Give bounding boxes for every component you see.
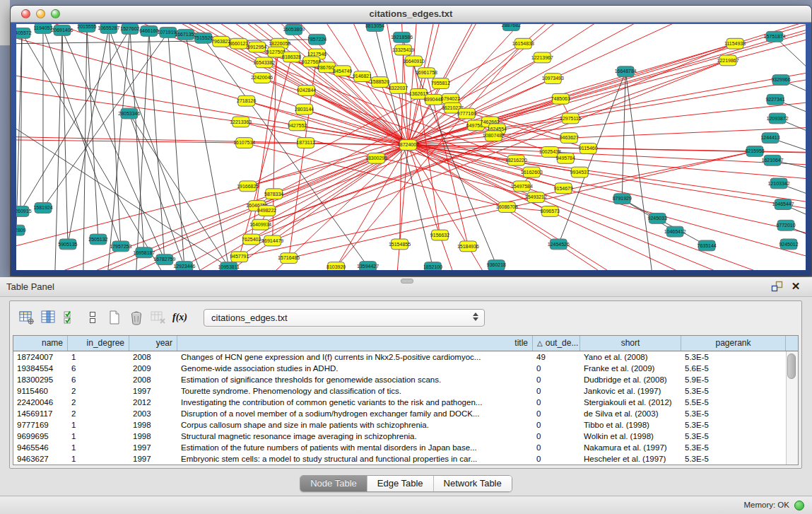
citation-network-graph[interactable]: 2405572119405320691406201555510655287152… <box>16 24 806 270</box>
close-button[interactable] <box>21 9 30 18</box>
graph-node[interactable]: 25260915 <box>16 206 32 217</box>
panel-drag-handle[interactable] <box>401 279 413 284</box>
column-header-short[interactable]: short <box>580 336 681 351</box>
graph-node[interactable]: 16053809 <box>283 24 305 35</box>
graph-node[interactable]: 8813054 <box>365 24 384 31</box>
graph-node[interactable]: 9227341 <box>765 94 784 105</box>
graph-node[interactable]: 9427552 <box>288 120 307 131</box>
graph-node[interactable]: 9115460 <box>579 144 598 154</box>
graph-node[interactable]: 7955812 <box>431 78 450 89</box>
graph-node[interactable]: 28053346 <box>118 108 140 119</box>
column-layout-icon[interactable] <box>39 308 58 327</box>
graph-node[interactable]: 2718126 <box>237 95 256 106</box>
graph-node[interactable]: 8454749 <box>333 66 352 76</box>
table-row[interactable]: 2242004622012Investigating the contribut… <box>13 397 787 408</box>
new-column-icon[interactable] <box>105 308 124 327</box>
graph-node[interactable]: 8912954 <box>247 42 266 52</box>
graph-node[interactable]: 7635144 <box>698 240 717 251</box>
graph-node[interactable]: 7857224 <box>307 34 326 45</box>
graph-node[interactable]: 16086708 <box>496 202 518 213</box>
graph-node[interactable]: 16958187 <box>133 247 155 258</box>
table-select-dropdown[interactable]: citations_edges.txt <box>204 309 485 327</box>
graph-node[interactable]: 9463627 <box>560 133 579 144</box>
table-row[interactable]: 969969511998Structural magnetic resonanc… <box>13 431 787 442</box>
column-header-year[interactable]: year <box>129 336 177 351</box>
graph-node[interactable]: 9242844 <box>297 86 316 96</box>
tab-node-table[interactable]: Node Table <box>300 476 367 491</box>
graph-node[interactable]: 16648784 <box>615 66 637 77</box>
graph-node[interactable]: 16162603 <box>521 167 543 177</box>
graph-node[interactable]: 13594427 <box>357 262 379 270</box>
float-panel-icon[interactable] <box>770 280 783 293</box>
column-header-out_de[interactable]: △out_de... <box>533 336 580 351</box>
graph-node[interactable]: 13325419 <box>392 45 414 55</box>
graph-node[interactable]: 8791929 <box>613 194 632 204</box>
graph-node[interactable]: 6772010 <box>776 220 795 230</box>
graph-node[interactable]: 9329966 <box>771 75 790 86</box>
graph-node[interactable]: 5878334 <box>264 189 283 199</box>
graph-node[interactable]: 8660123 <box>229 38 248 49</box>
graph-node[interactable]: 16640910 <box>403 56 425 66</box>
graph-node[interactable]: 7625402 <box>242 234 261 245</box>
tab-network-table[interactable]: Network Table <box>433 476 512 491</box>
column-header-in_degree[interactable]: in_degree <box>68 336 129 351</box>
column-header-name[interactable]: name <box>13 336 68 351</box>
graph-node[interactable]: 9245033 <box>648 213 667 223</box>
graph-node[interactable]: 9245012 <box>779 239 798 250</box>
graph-node[interactable]: 9934537 <box>570 167 589 177</box>
graph-node[interactable]: 1194053 <box>34 24 53 33</box>
graph-node[interactable]: 12213967 <box>531 52 553 63</box>
graph-node[interactable]: 1244413 <box>760 133 779 144</box>
graph-node[interactable]: 12103342 <box>768 178 790 189</box>
window-titlebar[interactable]: citations_edges.txt <box>11 6 811 23</box>
graph-node[interactable]: 10973493 <box>542 74 564 84</box>
graph-node[interactable]: 6466160 <box>139 25 158 36</box>
network-canvas[interactable]: 2405572119405320691406201555510655287152… <box>16 24 806 270</box>
table-row[interactable]: 946554611997Estimation of the future num… <box>13 442 787 453</box>
graph-node[interactable]: 9777169 <box>457 108 476 119</box>
graph-node[interactable]: 9156632 <box>430 230 449 240</box>
graph-node[interactable]: 19218586 <box>391 32 413 42</box>
delete-table-icon[interactable] <box>148 308 167 327</box>
graph-node[interactable]: 7485063 <box>551 93 570 104</box>
graph-node[interactable]: 1588520 <box>370 77 389 88</box>
graph-node[interactable]: 16543382 <box>253 57 275 68</box>
graph-node[interactable]: 1581924 <box>33 203 52 214</box>
graph-node[interactable]: 2405572 <box>16 28 32 38</box>
graph-node[interactable]: 16914479 <box>261 235 283 246</box>
graph-node[interactable]: 10655287 <box>98 24 119 33</box>
graph-node[interactable]: 10953811 <box>218 262 240 270</box>
graph-node[interactable]: 19166825 <box>237 181 259 192</box>
graph-node[interactable]: 8103920 <box>326 262 346 270</box>
row-height-icon[interactable] <box>83 308 102 327</box>
graph-node[interactable]: 9360218 <box>487 260 506 270</box>
graph-node[interactable]: 8215958 <box>745 146 764 157</box>
column-header-pagerank[interactable]: pagerank <box>681 336 786 351</box>
graph-node[interactable]: 9498222 <box>257 206 276 216</box>
graph-node[interactable]: 8096573 <box>541 206 560 217</box>
table-panel-header[interactable]: Table Panel ✕ <box>0 277 812 297</box>
graph-node[interactable]: 11154938 <box>724 38 746 49</box>
column-header-title[interactable]: title <box>177 336 533 351</box>
graph-node[interactable]: 22420046 <box>251 73 273 83</box>
graph-node[interactable]: 16782759 <box>153 255 175 265</box>
graph-node[interactable]: 15493212 <box>525 192 547 203</box>
graph-node[interactable]: 1873112 <box>296 138 315 148</box>
table-row[interactable]: 1872400712008Changes of HCN gene express… <box>13 351 787 363</box>
graph-node[interactable]: 2505132 <box>88 234 107 245</box>
graph-node[interactable]: 8186328 <box>282 52 301 62</box>
graph-node[interactable]: 10465447 <box>772 199 794 210</box>
graph-node[interactable]: 12454526 <box>548 239 570 250</box>
table-settings-icon[interactable] <box>17 308 36 327</box>
graph-node[interactable]: 7515526 <box>194 33 213 43</box>
table-row[interactable]: 1456911722003Disruption of a novel membe… <box>13 408 787 419</box>
graph-node[interactable]: 2887682 <box>502 24 521 30</box>
graph-node[interactable]: 15497584 <box>511 181 533 192</box>
graph-node[interactable]: 15716485 <box>278 253 300 264</box>
graph-node[interactable]: 12219867 <box>717 55 739 66</box>
graph-node[interactable]: 16409934 <box>249 219 271 230</box>
graph-node[interactable]: 18724007 <box>397 140 419 151</box>
graph-node[interactable]: 9457791 <box>230 252 249 262</box>
graph-node[interactable]: 16107534 <box>233 138 255 148</box>
graph-node[interactable]: 2803144 <box>295 104 314 115</box>
